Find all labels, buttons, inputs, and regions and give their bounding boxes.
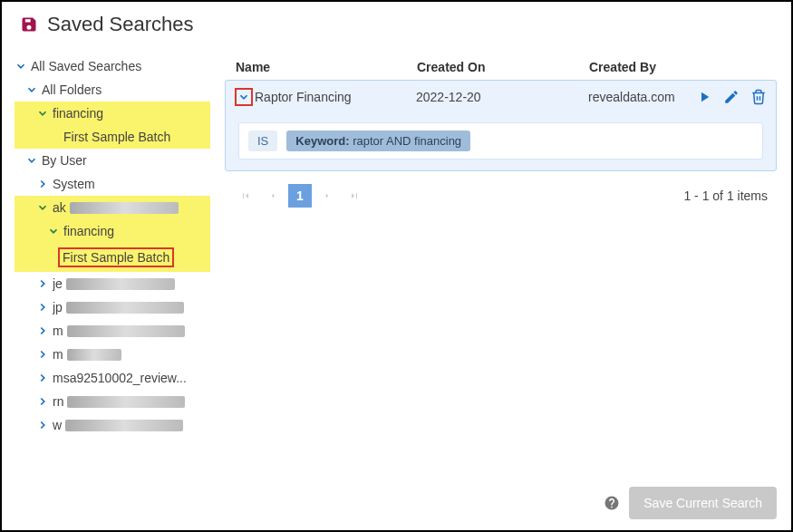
- tree-financing-2[interactable]: financing: [15, 219, 210, 243]
- pager-summary: 1 - 1 of 1 items: [683, 189, 768, 203]
- pager-prev[interactable]: [261, 184, 285, 208]
- chevron-right-icon: [36, 372, 49, 384]
- col-created-by[interactable]: Created By: [589, 60, 766, 74]
- prev-page-icon: [268, 191, 277, 200]
- results-panel: Name Created On Created By Raptor Financ…: [210, 47, 791, 530]
- tree-m2-user[interactable]: m: [15, 343, 210, 366]
- tree-rn-user[interactable]: rn: [15, 390, 210, 413]
- pager-next[interactable]: [315, 184, 339, 208]
- trash-icon[interactable]: [750, 89, 767, 105]
- last-page-icon: [349, 190, 360, 201]
- pager: 1 1 - 1 of 1 items: [225, 171, 777, 220]
- tree-all-saved-searches[interactable]: All Saved Searches: [15, 54, 210, 78]
- keyword-pill: Keyword: raptor AND financing: [286, 131, 470, 151]
- chevron-right-icon: [36, 178, 49, 190]
- pager-first[interactable]: [234, 184, 257, 208]
- chevron-down-icon: [237, 91, 250, 103]
- chevron-right-icon: [36, 324, 49, 337]
- save-current-search-button[interactable]: Save Current Search: [629, 487, 777, 519]
- tree-system[interactable]: System: [15, 172, 210, 196]
- page-title: Saved Searches: [47, 13, 193, 36]
- page-header: Saved Searches: [2, 2, 791, 47]
- tree-all-folders[interactable]: All Folders: [15, 78, 210, 102]
- tree-ak-user[interactable]: ak: [15, 196, 210, 219]
- tree-m1-user[interactable]: m: [15, 319, 210, 343]
- first-page-icon: [240, 190, 251, 201]
- chevron-right-icon: [36, 419, 49, 431]
- chevron-right-icon: [36, 301, 49, 314]
- operator-pill: IS: [248, 131, 277, 151]
- chevron-right-icon: [36, 277, 49, 290]
- save-icon: [20, 15, 38, 34]
- tree-je-user[interactable]: je: [15, 272, 210, 295]
- tree-financing-1[interactable]: financing: [15, 102, 210, 125]
- chevron-down-icon: [36, 201, 49, 214]
- pager-current[interactable]: 1: [288, 184, 312, 208]
- col-name[interactable]: Name: [236, 60, 417, 74]
- tree-w-user[interactable]: w: [15, 413, 210, 437]
- row-expand-toggle[interactable]: [235, 88, 253, 106]
- play-icon[interactable]: [696, 89, 712, 105]
- cell-created: 2022-12-20: [416, 90, 588, 104]
- chevron-down-icon: [25, 154, 38, 167]
- chevron-down-icon: [15, 60, 27, 73]
- tree-by-user[interactable]: By User: [15, 149, 210, 172]
- table-row[interactable]: Raptor Financing 2022-12-20 revealdata.c…: [226, 81, 776, 113]
- chevron-right-icon: [36, 348, 49, 361]
- cell-created-by: revealdata.com: [588, 90, 675, 104]
- tree-first-sample-1[interactable]: First Sample Batch: [15, 125, 210, 149]
- help-icon[interactable]: [604, 495, 620, 511]
- criteria-panel: IS Keyword: raptor AND financing: [226, 113, 776, 170]
- folder-tree: All Saved Searches All Folders financing…: [2, 47, 210, 530]
- chevron-down-icon: [25, 83, 38, 96]
- table-header: Name Created On Created By: [225, 54, 777, 80]
- tree-jp-user[interactable]: jp: [15, 295, 210, 319]
- chevron-down-icon: [47, 225, 60, 237]
- tree-first-sample-2[interactable]: First Sample Batch: [15, 243, 210, 272]
- col-created-on[interactable]: Created On: [417, 60, 589, 74]
- chevron-down-icon: [36, 107, 49, 120]
- next-page-icon: [323, 191, 332, 200]
- cell-name: Raptor Financing: [255, 90, 416, 104]
- result-row-expanded: Raptor Financing 2022-12-20 revealdata.c…: [225, 80, 777, 171]
- tree-msa-user[interactable]: msa92510002_review...: [15, 366, 210, 390]
- chevron-right-icon: [36, 395, 49, 408]
- pager-last[interactable]: [343, 184, 366, 208]
- pencil-icon[interactable]: [723, 89, 740, 105]
